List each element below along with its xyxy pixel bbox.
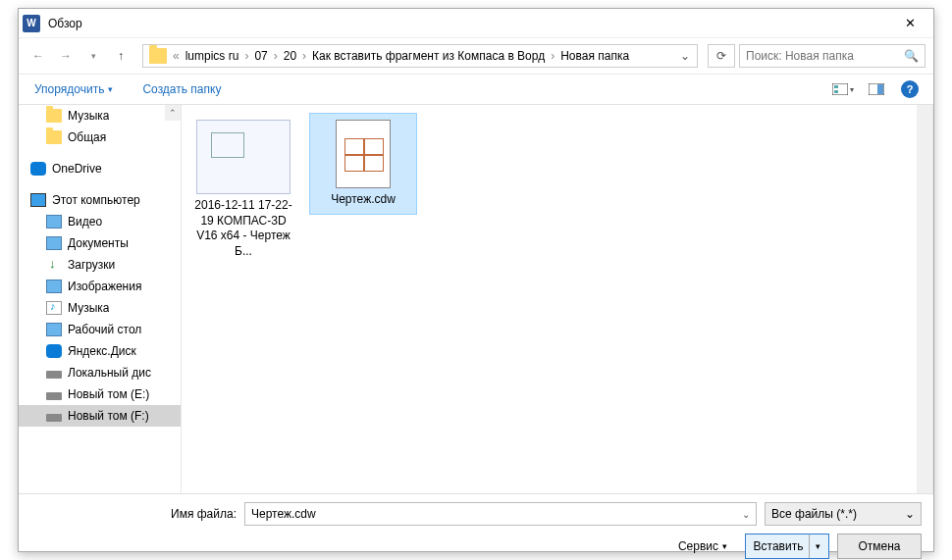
nav-tree[interactable]: ⌃ МузыкаОбщаяOneDriveЭтот компьютерВидео… [19,105,182,493]
tree-item-icon [46,258,62,272]
tree-item-icon [46,109,62,123]
tree-item-label: Музыка [68,301,109,315]
tree-item[interactable]: Рабочий стол [19,319,181,340]
tree-item[interactable]: Видео [19,211,181,232]
search-input[interactable] [746,49,904,63]
back-button[interactable]: ← [26,44,50,68]
svg-rect-0 [832,83,848,95]
tree-item[interactable]: OneDrive [19,158,181,179]
preview-pane-button[interactable] [863,77,890,101]
search-box[interactable]: 🔍 [739,44,926,68]
file-type-icon [336,120,391,188]
tree-scroll-up[interactable]: ⌃ [165,105,181,121]
tools-menu[interactable]: Сервис▾ [678,539,727,553]
file-item[interactable]: 2016-12-11 17-22-19 КОМПАС-3D V16 x64 - … [189,113,297,266]
tree-item[interactable]: Общая [19,127,181,148]
filename-input[interactable]: Чертеж.cdw ⌄ [244,502,757,526]
tree-item-label: Общая [68,130,106,144]
tree-item-label: Музыка [68,109,109,123]
file-thumbnail [196,120,291,194]
tree-item[interactable]: Музыка [19,297,181,319]
breadcrumb-prefix: « [171,49,182,63]
window-title: Обзор [48,17,890,30]
tree-item[interactable]: Этот компьютер [19,189,181,211]
tree-item-icon [46,371,62,379]
view-options-button[interactable]: ▾ [829,77,857,101]
tree-item-icon [46,280,62,293]
tree-item-label: Изображения [68,280,141,293]
tree-item-label: OneDrive [52,162,102,176]
tree-item-icon [46,414,62,422]
tree-item-label: Новый том (E:) [68,387,149,401]
tree-item[interactable]: Яндекс.Диск [19,340,181,362]
file-open-dialog: W Обзор ✕ ← → ▾ ↑ « lumpics ru› 07› 20› … [18,8,934,552]
tree-item-label: Новый том (F:) [68,409,149,423]
address-history-dropdown[interactable]: ⌄ [675,49,695,63]
tree-item[interactable]: Музыка [19,105,181,127]
tree-item-icon [46,301,62,315]
crumb[interactable]: 07 [250,49,271,63]
address-bar[interactable]: « lumpics ru› 07› 20› Как вставить фрагм… [142,44,698,68]
toolbar: Упорядочить▾ Создать папку ▾ ? [19,74,933,105]
file-name: Чертеж.cdw [312,192,414,208]
tree-item-icon [46,392,62,400]
recent-dropdown[interactable]: ▾ [81,44,105,68]
up-button[interactable]: ↑ [109,44,132,68]
body: ⌃ МузыкаОбщаяOneDriveЭтот компьютерВидео… [19,105,933,493]
tree-item[interactable]: Локальный дис [19,362,181,383]
forward-button[interactable]: → [54,44,78,68]
chevron-down-icon[interactable]: ⌄ [742,509,750,520]
file-type-filter[interactable]: Все файлы (*.*) ⌄ [765,502,922,526]
svg-rect-1 [834,85,838,88]
tree-item-label: Загрузки [68,258,115,272]
tree-item-label: Этот компьютер [52,193,140,207]
nav-bar: ← → ▾ ↑ « lumpics ru› 07› 20› Как встави… [19,38,933,74]
crumb[interactable]: lumpics ru [182,49,243,63]
open-button[interactable]: Вставить▾ [745,534,829,559]
tree-item-icon [46,323,62,336]
refresh-button[interactable]: ⟳ [708,44,735,68]
svg-rect-2 [834,90,838,93]
footer: Имя файла: Чертеж.cdw ⌄ Все файлы (*.*) … [19,493,933,560]
tree-item[interactable]: Новый том (F:) [19,405,181,427]
tree-item[interactable]: Документы [19,232,181,254]
file-item[interactable]: Чертеж.cdw [309,113,417,215]
tree-item-label: Яндекс.Диск [68,344,136,358]
tree-item[interactable]: Изображения [19,276,181,297]
titlebar: W Обзор ✕ [19,9,933,38]
tree-item[interactable]: Новый том (E:) [19,383,181,405]
tree-item[interactable]: Загрузки [19,254,181,276]
search-icon[interactable]: 🔍 [904,49,919,63]
crumb[interactable]: 20 [280,49,300,63]
view-icon [832,83,848,95]
organize-menu[interactable]: Упорядочить▾ [28,78,119,100]
preview-pane-icon [869,83,884,95]
tree-item-label: Документы [68,236,129,250]
folder-icon [149,48,167,64]
filename-label: Имя файла: [30,507,244,521]
tree-item-icon [46,130,62,144]
file-list[interactable]: 2016-12-11 17-22-19 КОМПАС-3D V16 x64 - … [182,105,933,493]
crumb[interactable]: Как вставить фрагмент из Компаса в Ворд [308,49,549,63]
help-button[interactable]: ? [896,77,924,101]
tree-item-icon [46,215,62,229]
tree-item-icon [46,344,62,358]
word-app-icon: W [23,15,40,32]
tree-item-label: Рабочий стол [68,323,141,336]
chevron-down-icon[interactable]: ⌄ [905,507,915,521]
file-name: 2016-12-11 17-22-19 КОМПАС-3D V16 x64 - … [192,198,294,259]
tree-item-label: Видео [68,215,102,229]
tree-item-icon [46,236,62,250]
tree-item-icon [30,162,46,176]
crumb[interactable]: Новая папка [556,49,633,63]
svg-rect-4 [877,84,883,94]
open-split-dropdown[interactable]: ▾ [809,535,820,558]
cancel-button[interactable]: Отмена [837,534,922,559]
tree-item-label: Локальный дис [68,366,151,380]
new-folder-button[interactable]: Создать папку [136,78,227,100]
files-scrollbar[interactable] [917,105,932,493]
tree-item-icon [30,193,46,207]
close-button[interactable]: ✕ [890,10,929,37]
help-icon: ? [901,80,919,98]
